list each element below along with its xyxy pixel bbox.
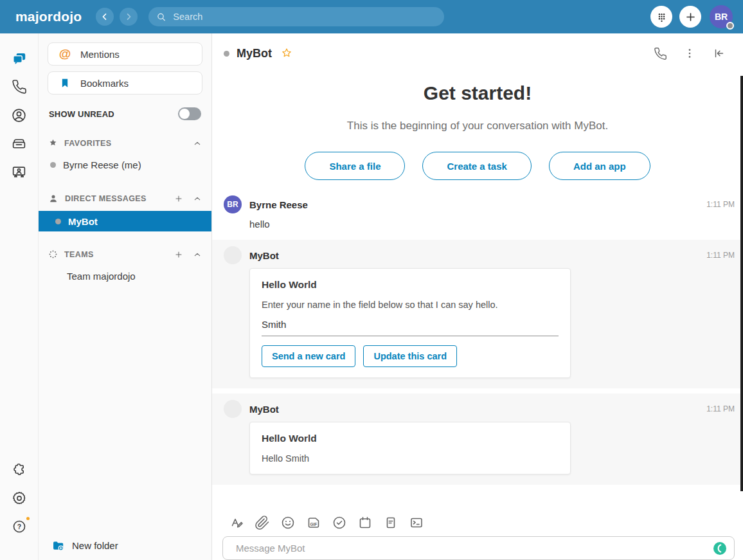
conversation-sidebar: @ Mentions Bookmarks SHOW UNREAD FAVORIT… [39,33,212,560]
collapse-right-icon[interactable] [712,46,726,60]
send-status-icon [713,541,727,555]
favorite-star-icon[interactable] [280,47,293,60]
mentions-label: Mentions [80,49,120,60]
top-bar: majordojo [0,0,743,33]
event-icon[interactable] [357,515,373,530]
rail-messages-button[interactable] [10,50,28,68]
message-row: MyBot 1:11 PM Hello World Hello Smith [212,393,743,485]
card-title: Hello World [262,279,559,291]
format-icon[interactable] [229,515,244,530]
direct-messages-section-header[interactable]: DIRECT MESSAGES [48,193,202,204]
person-icon [48,193,59,204]
create-a-task-button[interactable]: Create a task [422,152,531,180]
welcome-title: Get started! [212,82,743,104]
mentions-button[interactable]: @ Mentions [48,42,202,66]
messages-icon [11,50,28,67]
help-notification-dot [25,516,31,521]
welcome-actions: Share a file Create a task Add an app [212,152,743,180]
message-time: 1:11 PM [706,404,735,413]
profile-avatar[interactable]: BR [710,5,733,28]
message-list[interactable]: Get started! This is the beginning of yo… [212,69,743,509]
scrollbar[interactable] [740,76,743,491]
rail-fax-button[interactable] [10,134,28,152]
gif-icon[interactable]: GIF [306,515,321,530]
dm-item-label: MyBot [68,216,98,227]
teams-section-header[interactable]: TEAMS [48,249,202,260]
chevron-up-icon[interactable] [192,194,202,204]
show-unread-toggle[interactable] [178,107,201,120]
rail-phone-button[interactable] [10,78,28,96]
composer-input-row [222,536,735,560]
code-icon[interactable] [409,515,424,530]
dm-item-mybot[interactable]: MyBot [39,211,211,231]
show-unread-row: SHOW UNREAD [49,107,201,120]
add-icon [685,11,697,23]
plus-icon[interactable] [174,194,184,204]
app-rail: ? [0,33,39,560]
meetings-icon [11,164,27,180]
chat-title: MyBot [237,47,272,60]
team-item-majordojo[interactable]: Team majordojo [48,265,202,287]
avatar-initials: BR [227,200,238,209]
avatar[interactable]: BR [224,195,242,213]
avatar[interactable] [224,400,242,418]
favorite-item-byrne-reese[interactable]: Byrne Reese (me) [48,154,202,176]
search-input[interactable] [172,11,436,23]
rail-help-button[interactable]: ? [10,518,28,536]
message-row: MyBot 1:11 PM Hello World Enter your nam… [212,240,743,388]
new-folder-label: New folder [72,540,118,551]
settings-icon [12,491,27,506]
contacts-icon [11,107,27,123]
attach-icon[interactable] [255,515,270,530]
forward-button[interactable] [120,8,138,26]
new-actions-button[interactable] [679,6,701,28]
presence-dot [50,162,56,168]
rail-apps-button[interactable] [10,461,28,479]
message-row: BR Byrne Reese 1:11 PM hello [212,189,743,237]
task-icon[interactable] [332,515,347,530]
plus-icon[interactable] [174,249,184,260]
bookmarks-button[interactable]: Bookmarks [48,71,202,95]
back-button[interactable] [96,8,114,26]
presence-dot [55,219,61,224]
rail-meetings-button[interactable] [10,163,28,181]
composer-toolbar: GIF [222,512,735,536]
phone-icon [12,79,27,95]
new-folder-button[interactable]: New folder [48,539,202,552]
call-icon[interactable] [654,47,667,60]
bot-card: Hello World Hello Smith [249,422,571,474]
rail-settings-button[interactable] [10,489,28,507]
favorite-item-label: Byrne Reese (me) [63,159,141,170]
star-icon [48,138,58,149]
send-new-card-button[interactable]: Send a new card [262,345,355,367]
app-logo: majordojo [15,9,82,24]
avatar[interactable] [224,246,242,264]
chevron-up-icon[interactable] [192,138,202,149]
chat-header: MyBot [212,33,743,69]
emoji-icon[interactable] [280,515,296,530]
card-title: Hello World [262,433,559,444]
search-box [148,7,444,26]
rail-contacts-button[interactable] [10,106,28,124]
team-icon [48,249,58,260]
apps-icon [12,462,27,478]
chevron-up-icon[interactable] [192,249,202,260]
share-a-file-button[interactable]: Share a file [305,152,405,180]
team-item-label: Team majordojo [67,271,136,282]
favorites-section-header[interactable]: FAVORITES [48,138,202,149]
dialpad-button[interactable] [650,6,672,28]
direct-messages-title: DIRECT MESSAGES [65,194,147,203]
update-this-card-button[interactable]: Update this card [363,345,457,367]
welcome-subtitle: This is the beginning of your conversati… [212,120,743,132]
message-author: MyBot [249,250,279,261]
note-icon[interactable] [383,515,398,530]
chat-presence-dot [224,51,229,57]
bookmark-icon [58,77,71,89]
card-name-input[interactable] [262,319,559,336]
more-icon[interactable] [683,47,696,60]
message-input[interactable] [222,536,735,560]
fax-icon [11,136,27,152]
bot-card: Hello World Enter your name in the field… [249,268,571,378]
add-an-app-button[interactable]: Add an app [549,152,650,180]
card-buttons: Send a new card Update this card [262,345,559,367]
